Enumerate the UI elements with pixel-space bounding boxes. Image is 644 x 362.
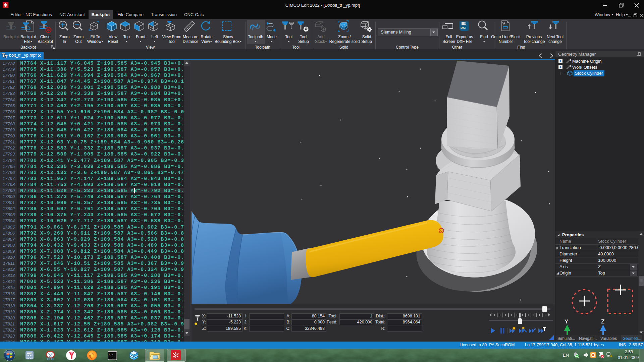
svg-text:2: 2 — [534, 327, 536, 330]
svg-text:Y: Y — [565, 318, 568, 325]
svg-text:C:\: C:\ — [109, 353, 113, 356]
svg-text:Z: Z — [601, 318, 604, 325]
svg-text:DXF: DXF — [461, 26, 467, 29]
